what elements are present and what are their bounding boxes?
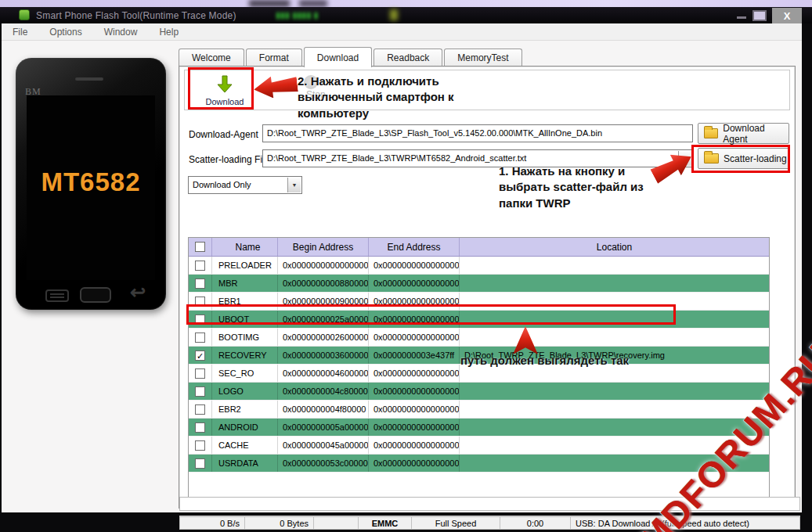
table-row[interactable]: BOOTIMG 0x0000000002600000 0x00000000000… (189, 329, 769, 347)
cell-begin-address: 0x0000000053c00000 (278, 455, 369, 472)
phone-home-icon (80, 287, 111, 303)
cell-location (460, 275, 769, 292)
row-checkbox[interactable] (195, 440, 205, 451)
download-agent-button[interactable]: Download Agent (698, 123, 789, 144)
tab-strip: Welcome Format Download Readback MemoryT… (179, 47, 524, 66)
folder-icon (704, 128, 718, 138)
table-row[interactable]: PRELOADER 0x0000000000000000 0x000000000… (189, 257, 769, 275)
table-row[interactable]: USRDATA 0x0000000053c00000 0x00000000000… (189, 455, 769, 473)
cell-name: RECOVERY (212, 347, 278, 364)
table-row[interactable]: MBR 0x0000000000880000 0x000000000000000… (189, 275, 769, 293)
cell-end-address: 0x0000000000000000 (369, 275, 460, 292)
row-checkbox[interactable] (195, 368, 205, 379)
tab-memorytest[interactable]: MemoryTest (444, 49, 521, 66)
cell-begin-address: 0x0000000000880000 (278, 275, 369, 292)
scatter-file-value: D:\Root_TWRP_ZTE_Blade_L3\TWRP\MT6582_An… (267, 153, 526, 163)
phone-chip-label: MT6582 (27, 167, 155, 197)
background-artifact (299, 0, 327, 7)
header-location: Location (460, 238, 769, 256)
header-end-address: End Address (369, 238, 460, 256)
tab-download[interactable]: Download (304, 47, 372, 67)
cell-end-address: 0x0000000003e437ff (369, 347, 460, 364)
header-name: Name (212, 238, 278, 256)
cell-begin-address: 0x0000000002600000 (278, 329, 369, 346)
tab-readback[interactable]: Readback (374, 49, 442, 66)
row-checkbox[interactable]: ✓ (195, 350, 205, 361)
row-checkbox[interactable] (195, 404, 205, 415)
title-bar: Smart Phone Flash Tool(Runtime Trace Mod… (0, 7, 812, 23)
phone-back-icon: ↩ (130, 282, 146, 304)
maximize-button[interactable] (752, 10, 767, 21)
highlight-box-recovery-row (186, 304, 676, 325)
cell-begin-address: 0x0000000045a00000 (278, 437, 369, 454)
status-bar: 0 B/s 0 Bytes EMMC Full Speed 0:00 USB: … (179, 516, 800, 530)
cell-end-address: 0x0000000000000000 (369, 419, 460, 436)
app-icon (19, 9, 30, 20)
status-empty (314, 516, 359, 530)
cell-location (460, 257, 769, 274)
row-checkbox[interactable] (195, 422, 205, 433)
minimize-button[interactable] (737, 16, 746, 19)
cell-end-address: 0x0000000000000000 (369, 329, 460, 346)
cell-name: BOOTIMG (212, 329, 278, 346)
header-begin-address: Begin Address (278, 238, 369, 256)
menu-bar: File Options Window Help (2, 23, 802, 41)
background-artifact (249, 0, 290, 7)
cell-name: USRDATA (212, 455, 278, 472)
scatter-file-label: Scatter-loading File (189, 154, 269, 165)
download-tab-panel: Download Stop Download-Agent D:\Root_TWR… (179, 66, 796, 509)
select-all-checkbox[interactable] (195, 242, 205, 252)
table-row[interactable]: CACHE 0x0000000045a00000 0x0000000000000… (189, 437, 769, 455)
download-agent-button-label: Download Agent (723, 123, 789, 145)
annotation-step2: 2. Нажать и подключить выключенный смарт… (298, 74, 466, 121)
row-checkbox[interactable] (195, 261, 205, 271)
row-checkbox[interactable] (195, 332, 205, 343)
row-checkbox[interactable] (195, 386, 205, 397)
table-header: Name Begin Address End Address Location (189, 238, 769, 257)
phone-image: BM MT6582 ↩ (16, 58, 166, 310)
row-checkbox[interactable] (195, 279, 205, 289)
cell-end-address: 0x0000000000000000 (369, 257, 460, 274)
menu-help[interactable]: Help (148, 27, 189, 38)
cell-begin-address: 0x0000000000000000 (278, 257, 369, 274)
tab-welcome[interactable]: Welcome (179, 49, 244, 66)
close-button[interactable]: X (772, 8, 802, 24)
table-row[interactable]: EBR2 0x0000000004f80000 0x00000000000000… (189, 401, 769, 419)
cell-name: LOGO (212, 383, 278, 400)
tab-format[interactable]: Format (246, 49, 302, 66)
partition-table: Name Begin Address End Address Location … (188, 237, 770, 503)
background-artifact: ▮▮▮ ▮▮▮▮ ▮ (276, 10, 319, 20)
menu-file[interactable]: File (2, 27, 38, 38)
row-checkbox[interactable] (195, 458, 205, 469)
table-row[interactable]: ANDROID 0x0000000005a00000 0x00000000000… (189, 419, 769, 437)
menu-options[interactable]: Options (38, 27, 92, 38)
highlight-box-scatter (691, 145, 790, 173)
menu-window[interactable]: Window (93, 27, 149, 38)
download-agent-label: Download-Agent (189, 129, 258, 140)
cell-name: PRELOADER (212, 257, 278, 274)
chevron-down-icon[interactable]: ▼ (287, 178, 301, 192)
phone-screen: MT6582 (27, 95, 155, 280)
phone-menu-icon (45, 289, 69, 302)
annotation-path-note: путь должен выгялядеть так (460, 353, 687, 368)
highlight-box-download (188, 67, 254, 110)
status-usb-speed: Full Speed (412, 516, 500, 530)
cell-location (460, 401, 769, 418)
cell-name: EBR2 (212, 401, 278, 418)
mode-select[interactable]: Download Only ▼ (188, 176, 302, 194)
cell-name: ANDROID (212, 419, 278, 436)
cell-end-address: 0x0000000000000000 (369, 365, 460, 382)
background-artifact (390, 9, 398, 20)
cell-name: SEC_RO (212, 365, 278, 382)
table-row[interactable]: LOGO 0x0000000004c80000 0x00000000000000… (189, 383, 769, 401)
cell-name: CACHE (212, 437, 278, 454)
cell-begin-address: 0x0000000003600000 (278, 347, 369, 364)
cell-begin-address: 0x0000000005a00000 (278, 419, 369, 436)
phone-speaker (75, 77, 103, 81)
cell-location (460, 329, 769, 346)
download-agent-field[interactable]: D:\Root_TWRP_ZTE_Blade_L3\SP_Flash_Tool_… (262, 124, 693, 142)
cell-name: MBR (212, 275, 278, 292)
cell-begin-address: 0x0000000004c80000 (278, 383, 369, 400)
status-time: 0:00 (500, 516, 571, 530)
cell-location (460, 383, 769, 400)
